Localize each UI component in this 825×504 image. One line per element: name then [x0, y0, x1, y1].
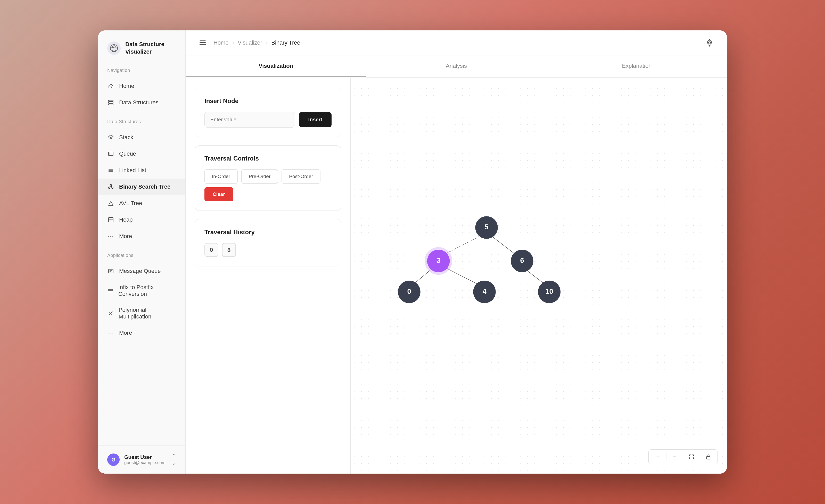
svg-line-13 [109, 186, 111, 187]
svg-rect-45 [706, 456, 710, 459]
insert-input[interactable] [205, 112, 295, 128]
applications-section-label: Applications [98, 253, 185, 263]
sidebar-item-heap[interactable]: Heap [98, 212, 185, 228]
clear-button[interactable]: Clear [205, 187, 233, 201]
svg-rect-29 [200, 44, 206, 45]
sidebar-item-queue[interactable]: Queue [98, 146, 185, 162]
avl-icon [107, 200, 115, 207]
message-queue-icon [107, 267, 115, 275]
sidebar-toggle-icon[interactable] [198, 38, 207, 48]
sidebar-item-linked-list[interactable]: Linked List [98, 162, 185, 179]
infix-postfix-icon [107, 287, 114, 294]
chevron-icon: ⌃⌄ [171, 453, 176, 467]
insert-node-card: Insert Node Insert [195, 88, 341, 137]
sidebar-item-infix-postfix[interactable]: Infix to Postfix Conversion [98, 279, 185, 302]
breadcrumb-home[interactable]: Home [214, 39, 229, 46]
data-structures-section-label: Data Structures [98, 119, 185, 129]
more-apps-icon: ··· [107, 329, 115, 337]
sidebar-item-home[interactable]: Home [98, 78, 185, 94]
traversal-buttons: In-Order Pre-Order Post-Order Clear [205, 169, 331, 201]
tree-visualization: 5 3 6 0 4 10 [351, 78, 727, 474]
breadcrumb-sep-1: › [232, 39, 234, 46]
sidebar-item-more-apps[interactable]: ··· More [98, 325, 185, 341]
pre-order-button[interactable]: Pre-Order [241, 169, 278, 184]
app-logo: Data Structure Visualizer [98, 41, 185, 68]
sidebar-item-more-ds[interactable]: ··· More [98, 228, 185, 245]
history-item-3: 3 [222, 243, 236, 257]
user-avatar: G [107, 453, 120, 466]
traversal-card: Traversal Controls In-Order Pre-Order Po… [195, 145, 341, 211]
svg-text:5: 5 [485, 223, 489, 231]
sidebar-item-message-queue[interactable]: Message Queue [98, 263, 185, 279]
home-icon [107, 82, 115, 90]
breadcrumb: Home › Visualizer › Binary Tree [214, 39, 300, 46]
insert-node-title: Insert Node [205, 97, 331, 105]
lock-button[interactable] [703, 452, 713, 461]
left-panel: Insert Node Insert Traversal Controls In… [185, 78, 351, 474]
main-content: Home › Visualizer › Binary Tree Visualiz… [185, 30, 727, 474]
svg-rect-1 [108, 100, 113, 101]
user-section[interactable]: G Guest User guest@example.com ⌃⌄ [98, 445, 185, 474]
breadcrumb-current: Binary Tree [271, 39, 300, 46]
tabs: Visualization Analysis Explanation [185, 56, 727, 78]
svg-rect-28 [200, 42, 206, 43]
zoom-controls: + − [649, 449, 718, 464]
tab-analysis[interactable]: Analysis [366, 56, 546, 77]
svg-rect-3 [108, 104, 113, 105]
in-order-button[interactable]: In-Order [205, 169, 238, 184]
sidebar: Data Structure Visualizer Navigation Hom… [98, 30, 185, 474]
svg-point-10 [110, 184, 111, 186]
sidebar-item-stack[interactable]: Stack [98, 129, 185, 146]
app-name: Data Structure Visualizer [125, 41, 164, 56]
insert-button[interactable]: Insert [299, 112, 331, 127]
svg-rect-27 [200, 40, 206, 41]
tree-svg: 5 3 6 0 4 10 [351, 78, 727, 474]
svg-marker-15 [108, 201, 113, 205]
logo-icon [107, 41, 121, 55]
post-order-button[interactable]: Post-Order [282, 169, 320, 184]
svg-text:6: 6 [520, 256, 524, 264]
zoom-out-button[interactable]: − [670, 452, 679, 461]
svg-rect-2 [108, 102, 113, 103]
svg-text:10: 10 [545, 287, 553, 295]
traversal-history-title: Traversal History [205, 229, 331, 236]
insert-row: Insert [205, 112, 331, 128]
more-ds-icon: ··· [107, 233, 115, 240]
svg-line-14 [111, 186, 112, 187]
svg-point-12 [111, 187, 113, 189]
svg-rect-19 [108, 269, 113, 273]
zoom-divider-3 [700, 453, 700, 460]
breadcrumb-visualizer[interactable]: Visualizer [238, 39, 262, 46]
header: Home › Visualizer › Binary Tree [185, 30, 727, 56]
navigation-section-label: Navigation [98, 68, 185, 78]
expand-button[interactable] [687, 452, 696, 461]
tab-explanation[interactable]: Explanation [546, 56, 727, 77]
bst-icon [107, 183, 115, 190]
app-window: Data Structure Visualizer Navigation Hom… [98, 30, 727, 474]
breadcrumb-sep-2: › [266, 39, 268, 46]
zoom-in-button[interactable]: + [653, 452, 663, 461]
content-area: Insert Node Insert Traversal Controls In… [185, 78, 727, 474]
svg-point-30 [708, 42, 710, 44]
linked-list-icon [107, 167, 115, 174]
user-email: guest@example.com [124, 460, 165, 466]
queue-icon [107, 150, 115, 157]
sidebar-item-data-structures[interactable]: Data Structures [98, 94, 185, 111]
user-name: Guest User [124, 454, 165, 460]
svg-text:0: 0 [407, 287, 411, 295]
sidebar-item-poly-mult[interactable]: Polynomial Multiplication [98, 302, 185, 325]
svg-rect-4 [108, 152, 113, 156]
svg-point-11 [108, 187, 110, 189]
history-items: 0 3 [205, 243, 331, 257]
data-structures-icon [107, 99, 115, 106]
sidebar-item-bst[interactable]: Binary Search Tree [98, 179, 185, 195]
svg-line-32 [489, 234, 518, 256]
tab-visualization[interactable]: Visualization [185, 56, 366, 77]
svg-text:3: 3 [437, 256, 440, 264]
poly-mult-icon [107, 310, 114, 317]
sidebar-item-avl[interactable]: AVL Tree [98, 195, 185, 212]
stack-icon [107, 134, 115, 141]
traversal-title: Traversal Controls [205, 155, 331, 162]
traversal-history-card: Traversal History 0 3 [195, 219, 341, 266]
settings-icon[interactable] [704, 37, 715, 48]
